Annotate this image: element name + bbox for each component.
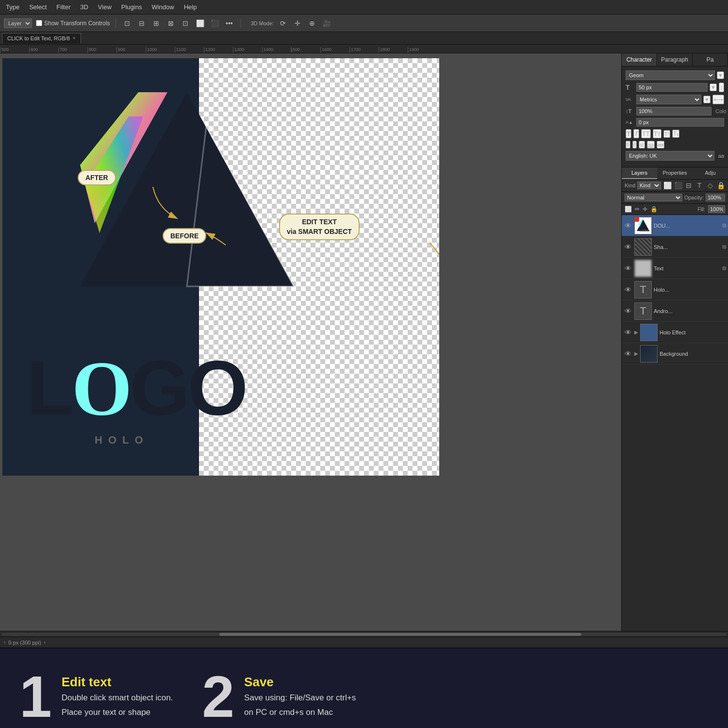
strikethrough-btn[interactable]: aа: [657, 141, 664, 149]
menu-plugins[interactable]: Plugins: [119, 2, 144, 12]
vscale-input[interactable]: [636, 107, 711, 116]
logo-l-char: L: [27, 344, 72, 431]
lock-transparent-icon[interactable]: ⬜: [625, 206, 632, 213]
all-layers-icon[interactable]: ⬜: [663, 182, 672, 189]
scrollbar-track[interactable]: [2, 633, 726, 636]
ligature-btn[interactable]: fi: [626, 141, 630, 149]
opacity-input[interactable]: [706, 194, 725, 201]
font-size-menu[interactable]: ▼: [710, 83, 717, 91]
bold-btn[interactable]: T: [626, 129, 631, 138]
smallcaps-btn[interactable]: Tт: [653, 129, 662, 138]
layer-row-holo-effect[interactable]: 👁 ▶ Holo Effect: [622, 322, 728, 343]
menu-filter[interactable]: Filter: [54, 2, 72, 12]
align-top-btn[interactable]: ⊠: [165, 18, 176, 29]
3d-orbit-btn[interactable]: ⟳: [278, 18, 288, 29]
status-arrow-left[interactable]: ‹: [4, 640, 5, 645]
pixel-icon[interactable]: ⬛: [674, 182, 682, 189]
background-expand-icon[interactable]: ▶: [634, 351, 638, 356]
lock-paint-icon[interactable]: ✏: [635, 206, 640, 213]
holo-effect-expand-icon[interactable]: ▶: [634, 330, 638, 335]
sub-btn[interactable]: T₁: [672, 130, 679, 138]
layer-eye-text[interactable]: 👁: [624, 265, 632, 272]
show-transform-label[interactable]: Show Transform Controls: [36, 20, 110, 27]
tab-pa[interactable]: Pa: [693, 53, 728, 66]
layer-row-shadow[interactable]: 👁 Sha... ⊟: [622, 236, 728, 258]
layer-dropdown[interactable]: Layer: [4, 18, 32, 28]
underline-btn[interactable]: aа: [647, 141, 655, 149]
super-btn[interactable]: T¹: [663, 130, 670, 138]
layer-eye-logo[interactable]: 👁: [624, 222, 632, 230]
3d-camera-btn[interactable]: 🎥: [321, 18, 332, 29]
fill-input[interactable]: [708, 205, 725, 213]
ruler-tick: 1800: [379, 47, 408, 53]
allcaps-btn[interactable]: TT: [641, 129, 651, 138]
menu-window[interactable]: Window: [149, 2, 176, 12]
blend-mode-select[interactable]: Normal: [625, 194, 682, 201]
layer-row-andro[interactable]: 👁 T Andro...: [622, 300, 728, 322]
kind-select[interactable]: Kind: [637, 182, 661, 189]
align-mid-btn[interactable]: ⊡: [180, 18, 191, 29]
layer-eye-shadow[interactable]: 👁: [624, 243, 632, 251]
layer-row-background[interactable]: 👁 ▶ Background: [622, 343, 728, 364]
lock-move-icon[interactable]: ✛: [643, 206, 647, 213]
fill-label: Fill:: [697, 207, 705, 212]
align-center-btn[interactable]: ⊟: [136, 18, 147, 29]
layer-row-holo[interactable]: 👁 T Holo...: [622, 279, 728, 300]
tracking-menu[interactable]: ▼: [703, 96, 711, 103]
vector-icon[interactable]: ◇: [706, 182, 714, 189]
align-right-btn[interactable]: ⊞: [151, 18, 162, 29]
layer-row-text[interactable]: 👁 Text ⊟: [622, 258, 728, 279]
layer-eye-background[interactable]: 👁: [624, 350, 632, 358]
tab-layers[interactable]: Layers: [622, 167, 657, 179]
lock-all-icon[interactable]: 🔒: [650, 206, 658, 213]
tab-paragraph[interactable]: Paragraph: [657, 53, 693, 66]
alt-ligature-btn[interactable]: fi: [632, 141, 637, 149]
type-icon[interactable]: T: [695, 182, 704, 189]
step1-desc-1: Double click smart object icon.: [62, 692, 173, 704]
tab-adjust[interactable]: Adju: [693, 167, 728, 179]
show-transform-text: Show Transform Controls: [44, 20, 110, 27]
layer-eye-andro[interactable]: 👁: [624, 307, 632, 315]
layers-lock-row: ⬜ ✏ ✛ 🔒 Fill:: [622, 204, 728, 215]
status-arrow-right[interactable]: ›: [44, 640, 46, 645]
font-size-input[interactable]: [636, 83, 708, 92]
distribute-btn[interactable]: ⬛: [209, 18, 220, 29]
kerning-btn[interactable]: ⟷: [712, 95, 724, 104]
tab-close-btn[interactable]: ×: [73, 35, 76, 41]
scrollbar-thumb[interactable]: [219, 633, 581, 636]
step2-desc-2: on PC or cmd+s on Mac: [244, 706, 356, 719]
menu-view[interactable]: View: [96, 2, 114, 12]
3d-zoom-btn[interactable]: ⊕: [307, 18, 317, 29]
scrollbar-h[interactable]: [0, 631, 728, 637]
step1-container: 1 Edit text Double click smart object ic…: [19, 667, 173, 726]
tab-character[interactable]: Character: [622, 53, 657, 66]
tracking-select[interactable]: Metrics: [636, 95, 701, 104]
font-family-select[interactable]: Geom: [626, 70, 715, 80]
smart-icon[interactable]: ⊟: [684, 182, 693, 189]
canvas-area[interactable]: LOGO HOLO AFTER BEFORE EDIT TEXT via SMA…: [0, 53, 621, 631]
align-left-btn[interactable]: ⊡: [122, 18, 132, 29]
3d-pan-btn[interactable]: ✛: [292, 18, 303, 29]
layer-eye-holo-effect[interactable]: 👁: [624, 329, 632, 336]
align-bottom-btn[interactable]: ⬜: [195, 18, 205, 29]
old-style-btn[interactable]: st: [639, 141, 645, 149]
baseline-input[interactable]: [636, 118, 724, 127]
font-menu-btn[interactable]: ▼: [717, 71, 724, 79]
layer-eye-holo[interactable]: 👁: [624, 286, 632, 294]
italic-btn[interactable]: T: [633, 129, 639, 138]
tab-properties[interactable]: Properties: [657, 167, 693, 179]
layer-name-holo-effect: Holo Effect: [660, 330, 726, 335]
tab-main[interactable]: CLICK to Edit Text, RGB/8 ×: [2, 33, 81, 44]
menu-3d[interactable]: 3D: [78, 2, 90, 12]
menu-help[interactable]: Help: [182, 2, 199, 12]
show-transform-checkbox[interactable]: [36, 20, 42, 26]
step2-container: 2 Save Save using: File/Save or ctrl+s o…: [202, 667, 356, 726]
menu-select[interactable]: Select: [27, 2, 49, 12]
layer-row-logo[interactable]: 👁 LOGO DOU... ⊟: [622, 215, 728, 236]
menu-type[interactable]: Type: [4, 2, 21, 12]
layer-thumb-text: [634, 260, 652, 277]
language-select[interactable]: English: UK: [626, 151, 714, 161]
more-options-btn[interactable]: •••: [224, 18, 234, 29]
font-rotate-btn[interactable]: ↕: [719, 83, 724, 92]
layers-panel: Layers Properties Adju Kind Kind ⬜ ⬛ ⊟ T…: [622, 167, 728, 631]
